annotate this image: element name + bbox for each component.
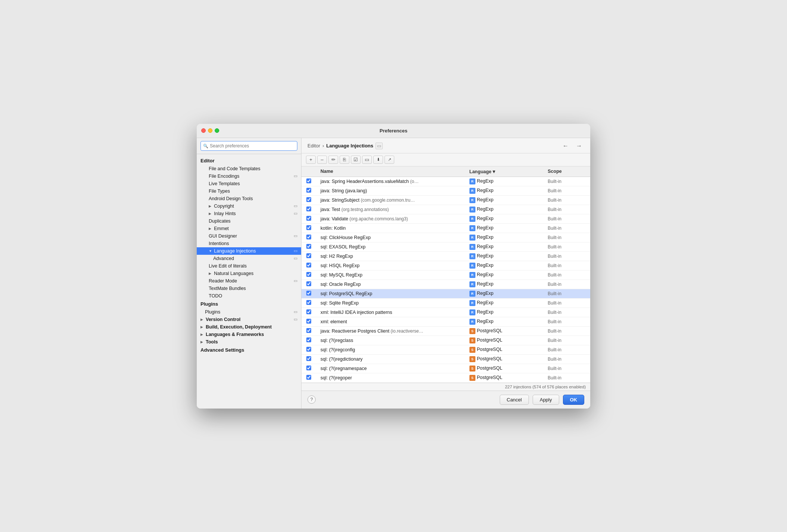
sidebar-item-intentions[interactable]: Intentions [197, 240, 301, 247]
enable-button[interactable]: ☑ [351, 156, 361, 164]
row-checkbox[interactable] [306, 281, 311, 286]
sidebar-item-copyright[interactable]: ▶ Copyright ▭ [197, 202, 301, 210]
sidebar-item-file-encodings[interactable]: File Encodings ▭ [197, 172, 301, 180]
row-name: java: Validate (org.apache.commons.lang3… [316, 214, 465, 223]
row-checkbox[interactable] [306, 244, 311, 249]
row-name: java: Test (org.testng.annotations) [316, 205, 465, 214]
sidebar-item-file-types[interactable]: File Types [197, 187, 301, 195]
sidebar-section-plugins: Plugins [197, 300, 301, 308]
row-checkbox[interactable] [306, 375, 311, 380]
lang-icon: R [469, 197, 475, 203]
row-checkbox-cell [301, 308, 316, 317]
row-checkbox[interactable] [306, 253, 311, 258]
row-name: sql: (?i)regnamespace [316, 364, 465, 373]
remove-button[interactable]: – [317, 156, 327, 164]
close-button[interactable] [201, 128, 206, 133]
nav-back-button[interactable]: ← [560, 142, 571, 150]
row-checkbox[interactable] [306, 300, 311, 305]
row-name: sql: PostgreSQL RegExp [316, 289, 465, 298]
row-checkbox-cell [301, 298, 316, 308]
row-checkbox[interactable] [306, 197, 311, 202]
sidebar-item-emmet[interactable]: ▶ Emmet [197, 225, 301, 232]
lang-icon: S [469, 356, 475, 362]
sidebar-item-live-templates[interactable]: Live Templates [197, 180, 301, 187]
sidebar-section-advanced-settings: Advanced Settings [197, 346, 301, 354]
col-header-name[interactable]: Name [316, 166, 465, 177]
sidebar-item-version-control[interactable]: ▶ Version Control ▭ [197, 316, 301, 323]
row-scope: Built-in [543, 326, 590, 336]
row-name: sql: Oracle RegExp [316, 279, 465, 289]
edit-button[interactable]: ✏ [328, 156, 338, 164]
row-checkbox[interactable] [306, 272, 311, 277]
toolbar: + – ✏ ⎘ ☑ ▭ ⬇ ↗ [301, 153, 590, 166]
row-checkbox[interactable] [306, 216, 311, 221]
add-button[interactable]: + [306, 156, 316, 164]
row-checkbox[interactable] [306, 235, 311, 239]
apply-button[interactable]: Apply [533, 395, 559, 405]
copy-button[interactable]: ⎘ [340, 156, 349, 164]
cancel-button[interactable]: Cancel [500, 395, 529, 405]
sidebar-item-build[interactable]: ▶ Build, Execution, Deployment [197, 323, 301, 331]
sidebar-item-duplicates[interactable]: Duplicates [197, 217, 301, 225]
table-row: kotlin: KotlinRRegExpBuilt-in [301, 223, 590, 233]
status-bar: 227 injections (574 of 576 places enable… [301, 383, 590, 391]
disable-button[interactable]: ▭ [362, 156, 372, 164]
import-button[interactable]: ⬇ [373, 156, 383, 164]
row-name: sql: (?i)regclass [316, 336, 465, 345]
sidebar-item-plugins[interactable]: Plugins ▭ [197, 308, 301, 316]
row-checkbox[interactable] [306, 309, 311, 314]
table-row: java: Test (org.testng.annotations)RRegE… [301, 205, 590, 214]
row-name: sql: HSQL RegExp [316, 261, 465, 270]
row-checkbox[interactable] [306, 178, 311, 183]
export-button[interactable]: ↗ [385, 156, 394, 164]
row-language: RRegExp [465, 233, 543, 242]
row-checkbox-cell [301, 261, 316, 270]
row-checkbox[interactable] [306, 319, 311, 324]
col-header-scope[interactable]: Scope [543, 166, 590, 177]
table-row: sql: Sqlite RegExpRRegExpBuilt-in [301, 298, 590, 308]
nav-forward-button[interactable]: → [574, 142, 584, 150]
sidebar-item-gui-designer[interactable]: GUI Designer ▭ [197, 232, 301, 240]
sidebar-item-reader-mode[interactable]: Reader Mode ▭ [197, 277, 301, 285]
row-name: sql: MySQL RegExp [316, 270, 465, 279]
row-scope: Built-in [543, 308, 590, 317]
ok-button[interactable]: OK [563, 395, 585, 405]
table-row: sql: (?i)regdictionarySPostgreSQLBuilt-i… [301, 354, 590, 364]
row-checkbox[interactable] [306, 207, 311, 211]
row-checkbox[interactable] [306, 347, 311, 352]
sidebar-item-advanced[interactable]: Advanced ▭ [197, 255, 301, 262]
lang-icon: R [469, 319, 475, 325]
table-row: xml: IntelliJ IDEA injection patternsRRe… [301, 308, 590, 317]
row-scope: Built-in [543, 345, 590, 354]
search-wrapper: 🔍 [200, 141, 297, 151]
sidebar-item-languages[interactable]: ▶ Languages & Frameworks [197, 331, 301, 338]
row-checkbox[interactable] [306, 356, 311, 361]
row-name: xml: IntelliJ IDEA injection patterns [316, 308, 465, 317]
row-checkbox[interactable] [306, 188, 311, 193]
help-button[interactable]: ? [307, 395, 316, 404]
sidebar-item-textmate-bundles[interactable]: TextMate Bundles [197, 285, 301, 292]
sidebar-item-android-design-tools[interactable]: Android Design Tools [197, 195, 301, 202]
sidebar-item-live-edit-literals[interactable]: Live Edit of literals [197, 262, 301, 270]
maximize-button[interactable] [215, 128, 219, 133]
sidebar-item-language-injections[interactable]: ▼ Language Injections ▭ [197, 247, 301, 255]
search-input[interactable] [200, 141, 297, 151]
row-name: java: Spring HeaderAssertions.valueMatch… [316, 177, 465, 186]
row-checkbox[interactable] [306, 337, 311, 342]
sidebar-item-inlay-hints[interactable]: ▶ Inlay Hints ▭ [197, 210, 301, 217]
sidebar-item-tools[interactable]: ▶ Tools [197, 338, 301, 346]
row-checkbox[interactable] [306, 366, 311, 370]
traffic-lights [201, 128, 219, 133]
minimize-button[interactable] [208, 128, 212, 133]
row-checkbox[interactable] [306, 328, 311, 333]
row-checkbox[interactable] [306, 291, 311, 296]
breadcrumb-parent: Editor [307, 143, 320, 149]
sidebar-item-natural-languages[interactable]: ▶ Natural Languages [197, 270, 301, 277]
table-row: sql: MySQL RegExpRRegExpBuilt-in [301, 270, 590, 279]
sidebar-item-todo[interactable]: TODO [197, 292, 301, 300]
row-checkbox[interactable] [306, 225, 311, 230]
col-header-language[interactable]: Language ▾ [465, 166, 543, 177]
sidebar-item-file-code-templates[interactable]: File and Code Templates [197, 165, 301, 172]
row-checkbox[interactable] [306, 263, 311, 267]
table-row: sql: EXASOL RegExpRRegExpBuilt-in [301, 242, 590, 251]
